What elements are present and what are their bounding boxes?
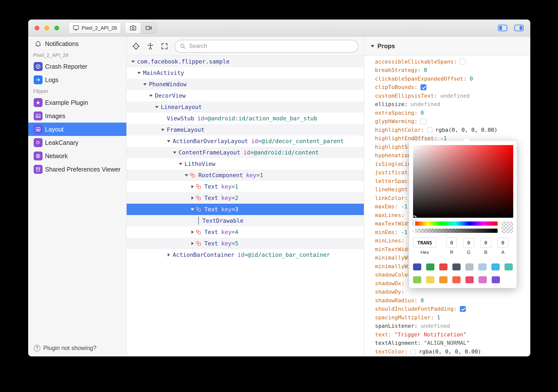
tree-node-row[interactable]: ActionBarOverlayLayoutid=@id/decor_conte…: [127, 135, 364, 147]
chevron-down-icon[interactable]: [149, 95, 153, 97]
prop-checkbox[interactable]: [460, 59, 466, 65]
prop-row[interactable]: clipToBounds: [375, 83, 530, 92]
prop-checkbox[interactable]: [420, 84, 426, 90]
device-selector-button[interactable]: Pixel_2_API_28: [69, 22, 121, 34]
tree-node-row[interactable]: TextDrawable: [127, 215, 364, 226]
alpha-slider[interactable]: [413, 229, 498, 233]
saturation-gradient[interactable]: [413, 145, 513, 218]
alpha-slider-thumb[interactable]: [413, 229, 415, 233]
sidebar-item-crash-reporter[interactable]: Crash Reporter: [28, 60, 126, 73]
chevron-down-icon[interactable]: [131, 61, 135, 63]
color-swatch[interactable]: [465, 276, 474, 283]
sidebar-item-shared-preferences-viewer[interactable]: Shared Preferences Viewer: [28, 163, 126, 176]
search-input[interactable]: [189, 43, 353, 49]
screen-record-button[interactable]: [141, 22, 156, 33]
prop-row[interactable]: breakStrategy0: [375, 66, 530, 75]
tree-node-row[interactable]: Textkey=1: [127, 181, 364, 192]
toggle-left-sidebar-button[interactable]: [498, 24, 508, 32]
color-swatch[interactable]: [505, 263, 513, 270]
target-mode-button[interactable]: [132, 42, 140, 50]
props-header[interactable]: Props: [364, 37, 530, 56]
tree-node-row[interactable]: Textkey=5: [127, 238, 364, 249]
tree-node-row[interactable]: ActionBarContainerid=@id/action_bar_cont…: [127, 249, 364, 261]
color-swatch[interactable]: [478, 263, 487, 270]
sidebar-item-leakcanary[interactable]: LeakCanary: [28, 136, 126, 149]
color-swatch[interactable]: [452, 263, 461, 270]
chevron-down-icon[interactable]: [191, 208, 194, 211]
prop-row[interactable]: text"Trigger Notification": [375, 330, 530, 339]
alpha-input[interactable]: [497, 238, 508, 248]
red-input[interactable]: [446, 238, 457, 248]
color-swatch[interactable]: [452, 276, 461, 283]
tree-node-row[interactable]: RootComponentkey=1: [127, 170, 364, 181]
chevron-right-icon[interactable]: [191, 230, 194, 234]
tree-node-row[interactable]: ContentFrameLayoutid=@android:id/content: [127, 147, 364, 158]
tree-node-row[interactable]: Textkey=4: [127, 226, 364, 238]
hex-input[interactable]: [413, 238, 436, 248]
chevron-down-icon[interactable]: [161, 129, 164, 131]
close-button[interactable]: [35, 26, 39, 30]
tree-node-row[interactable]: FrameLayout: [127, 124, 364, 135]
tree-node-row[interactable]: LithoView: [127, 158, 364, 170]
chevron-right-icon[interactable]: [168, 253, 170, 257]
color-swatch[interactable]: [492, 276, 500, 283]
chevron-down-icon[interactable]: [155, 106, 159, 108]
prop-checkbox[interactable]: [460, 306, 466, 312]
tree-node-row[interactable]: PhoneWindow: [127, 79, 364, 90]
prop-row[interactable]: shouldIncludeFontPadding: [375, 305, 530, 313]
prop-row[interactable]: textAlignment"ALIGN_NORMAL": [375, 339, 530, 348]
prop-row[interactable]: clickableSpanExpandedOffset0: [375, 74, 530, 83]
sidebar-item-notifications[interactable]: Notifications: [28, 37, 126, 50]
tree-node-row[interactable]: LinearLayout: [127, 101, 364, 113]
sidebar-item-example-plugin[interactable]: Example Plugin: [28, 96, 126, 109]
tree-node-row[interactable]: MainActivity: [127, 67, 364, 79]
color-swatch[interactable]: [439, 263, 447, 270]
sidebar-item-layout[interactable]: Layout: [28, 123, 126, 136]
minimize-button[interactable]: [45, 26, 49, 30]
prop-row[interactable]: spanListenerundefined: [375, 322, 530, 330]
green-input[interactable]: [463, 238, 474, 248]
plugin-not-showing-link[interactable]: ? Plugin not showing?: [34, 345, 96, 351]
tree-node-row[interactable]: Textkey=3: [127, 204, 364, 215]
prop-row[interactable]: extraSpacing0: [375, 109, 530, 117]
tree-node-row[interactable]: Textkey=2: [127, 192, 364, 204]
saturation-cursor[interactable]: [412, 216, 417, 220]
color-swatch[interactable]: [413, 276, 421, 283]
sidebar-item-images[interactable]: Images: [28, 109, 126, 123]
prop-row[interactable]: ellipsizeundefined: [375, 100, 530, 109]
prop-row[interactable]: shadowDy: [375, 288, 530, 296]
color-swatch[interactable]: [426, 263, 434, 270]
hue-slider[interactable]: [413, 221, 498, 226]
chevron-down-icon[interactable]: [167, 140, 170, 142]
sidebar-item-network[interactable]: Network: [28, 149, 126, 163]
chevron-down-icon[interactable]: [179, 163, 182, 165]
chevron-right-icon[interactable]: [191, 242, 194, 245]
prop-row[interactable]: glyphWarming: [375, 117, 530, 126]
toggle-right-sidebar-button[interactable]: [514, 24, 524, 32]
blue-input[interactable]: [480, 238, 491, 248]
color-swatch[interactable]: [465, 263, 474, 270]
prop-row[interactable]: spacingMultiplier1: [375, 313, 530, 322]
color-swatch[interactable]: [479, 276, 487, 283]
prop-row[interactable]: highlightColorrgba(0, 0, 0, 0.00): [375, 126, 530, 134]
color-swatch[interactable]: [439, 276, 447, 283]
prop-row[interactable]: accessibleClickableSpans: [375, 57, 530, 66]
prop-row[interactable]: shadowRadius0: [375, 296, 530, 305]
chevron-right-icon[interactable]: [191, 185, 194, 188]
prop-checkbox[interactable]: [420, 118, 426, 124]
accessibility-mode-button[interactable]: [146, 42, 154, 50]
chevron-down-icon[interactable]: [143, 83, 147, 86]
color-swatch[interactable]: [413, 263, 421, 270]
chevron-down-icon[interactable]: [173, 152, 176, 154]
zoom-button[interactable]: [54, 26, 59, 30]
prop-color-swatch-button[interactable]: [411, 349, 416, 354]
hue-slider-thumb[interactable]: [413, 221, 415, 226]
expand-all-button[interactable]: [161, 43, 168, 50]
prop-row[interactable]: customEllipsisTextundefined: [375, 91, 530, 100]
tree-node-row[interactable]: DecorView: [127, 90, 364, 101]
sidebar-item-logs[interactable]: Logs: [28, 73, 126, 87]
titlebar[interactable]: Pixel_2_API_28: [28, 20, 530, 37]
tree-node-row[interactable]: ViewStubid=@android:id/action_mode_bar_s…: [127, 113, 364, 124]
prop-row[interactable]: textColorrgba(0, 0, 0, 0.00): [375, 347, 530, 356]
color-swatch[interactable]: [491, 263, 500, 270]
